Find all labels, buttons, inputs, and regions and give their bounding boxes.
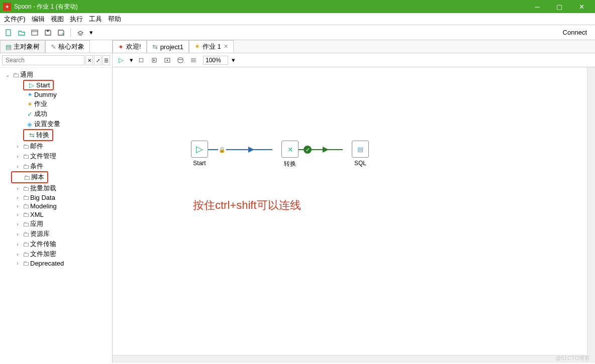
expand-all-button[interactable]: ⤢ [94, 55, 102, 65]
svg-point-5 [167, 59, 168, 61]
editor-panel: ✦欢迎! ⇆project1 ✶作业 1✕ ▷ ▾ □ ▾ 🔒 ✓ [113, 40, 595, 363]
menu-edit[interactable]: 编辑 [32, 15, 45, 24]
zoom-input[interactable] [203, 56, 228, 65]
zoom-dropdown[interactable]: ▾ [230, 55, 236, 66]
canvas[interactable]: 🔒 ✓ ▷ Start ⤨ 转换 ▤ SQL 按住ctrl+shift可以连线 [113, 67, 595, 363]
folder-icon [21, 202, 30, 210]
connect-button[interactable]: Connect [558, 29, 592, 36]
tree-node-condition[interactable]: ›条件 [0, 161, 112, 171]
editor-tab-welcome[interactable]: ✦欢迎! [113, 40, 147, 53]
editor-tab-project1[interactable]: ⇆project1 [147, 40, 189, 53]
folder-icon [21, 143, 30, 150]
folder-icon [21, 230, 30, 238]
tree-node-mail[interactable]: ›邮件 [0, 141, 112, 151]
separator [70, 28, 71, 37]
svg-rect-3 [47, 30, 49, 32]
saveas-button[interactable] [55, 27, 66, 38]
tree-node-fileenc[interactable]: ›文件加密 [0, 249, 112, 259]
replay-button[interactable] [149, 55, 160, 66]
arrow-icon [248, 147, 254, 153]
maximize-button[interactable]: ▢ [549, 1, 570, 12]
scrollbar-horizontal[interactable] [113, 355, 587, 363]
menu-view[interactable]: 视图 [51, 15, 64, 24]
annotation-text: 按住ctrl+shift可以连线 [193, 198, 301, 213]
tree-node-start[interactable]: ▷Start [24, 81, 53, 89]
search-input[interactable] [2, 55, 84, 65]
step-sql[interactable]: ▤ SQL [343, 141, 378, 167]
tree-node-filemgmt[interactable]: ›文件管理 [0, 151, 112, 161]
trans-icon: ⇆ [152, 43, 158, 51]
main-toolbar: ▾ Connect [0, 25, 595, 40]
folder-icon [21, 260, 30, 267]
tree-node-general[interactable]: ⌄通用 [0, 70, 112, 80]
clear-search-button[interactable]: ✕ [85, 55, 93, 65]
svg-rect-0 [6, 30, 11, 36]
sidebar-tabs: ▤ 主对象树 ✎ 核心对象 [0, 40, 112, 53]
tree-node-deprecated[interactable]: ›Deprecated [0, 259, 112, 268]
impact-button[interactable] [188, 55, 199, 66]
job-icon: ✶ [194, 43, 200, 50]
editor-tab-job1[interactable]: ✶作业 1✕ [189, 40, 234, 53]
tab-core-objects[interactable]: ✎ 核心对象 [45, 40, 90, 53]
folder-icon [21, 163, 30, 170]
play-icon: ▷ [196, 144, 203, 155]
sql-button[interactable] [175, 55, 186, 66]
scrollbar-vertical[interactable] [587, 67, 595, 355]
tree-node-bulkload[interactable]: ›批量加载 [0, 183, 112, 193]
run-button[interactable]: ▷ [116, 55, 127, 66]
tree-node-success[interactable]: ✓成功 [0, 109, 112, 119]
tree-node-filetrans[interactable]: ›文件传输 [0, 239, 112, 249]
folder-icon [21, 240, 30, 248]
perspective-dropdown[interactable]: ▾ [88, 27, 94, 38]
minimize-button[interactable]: ─ [527, 1, 548, 12]
open-button[interactable] [16, 27, 27, 38]
step-start[interactable]: ▷ Start [182, 141, 217, 167]
tree-node-modeling[interactable]: ›Modeling [0, 202, 112, 210]
tag-icon: ◈ [25, 120, 34, 128]
tab-main-tree[interactable]: ▤ 主对象树 [0, 40, 45, 53]
folder-icon [21, 220, 30, 228]
menu-help[interactable]: 帮助 [108, 15, 121, 24]
menu-run[interactable]: 执行 [70, 15, 83, 24]
tree-node-setvar[interactable]: ◈设置变量 [0, 119, 112, 129]
explore-button[interactable] [29, 27, 40, 38]
collapse-all-button[interactable]: ☰ [103, 55, 110, 65]
tree-node-xml[interactable]: ›XML [0, 210, 112, 219]
lock-icon: 🔒 [218, 146, 226, 154]
tree-node-repo[interactable]: ›资源库 [0, 229, 112, 239]
search-row: ✕ ⤢ ☰ [0, 53, 112, 68]
left-panel: ▤ 主对象树 ✎ 核心对象 ✕ ⤢ ☰ ⌄通用 ▷Start ✦Dummy ✶作… [0, 40, 113, 363]
step-transform[interactable]: ⤨ 转换 [272, 141, 308, 168]
job-icon: ✶ [25, 100, 34, 108]
folder-icon [21, 153, 30, 160]
close-tab-button[interactable]: ✕ [224, 43, 228, 50]
svg-point-6 [178, 58, 183, 60]
stop-button[interactable]: □ [136, 55, 147, 66]
menu-file[interactable]: 文件(F) [4, 15, 26, 24]
menubar: 文件(F) 编辑 视图 执行 工具 帮助 [0, 13, 595, 25]
new-button[interactable] [3, 27, 14, 38]
sql-icon: ▤ [357, 146, 363, 153]
close-button[interactable]: ✕ [571, 1, 592, 12]
trans-icon: ⇆ [27, 132, 36, 139]
save-button[interactable] [42, 27, 53, 38]
folder-icon [21, 185, 30, 192]
tree-node-bigdata[interactable]: ›Big Data [0, 193, 112, 202]
welcome-icon: ✦ [118, 43, 124, 51]
dummy-icon: ✦ [25, 91, 34, 98]
tree-node-app[interactable]: ›应用 [0, 219, 112, 229]
tree-node-dummy[interactable]: ✦Dummy [0, 90, 112, 99]
window-title: Spoon - 作业 1 (有变动) [14, 3, 527, 11]
perspective-button[interactable] [75, 27, 86, 38]
arrow-icon [323, 147, 329, 153]
watermark: @51CTO博客 [556, 354, 590, 362]
tree-node-script[interactable]: ›脚本 [12, 172, 47, 182]
preview-button[interactable] [162, 55, 173, 66]
trans-icon: ⤨ [287, 146, 293, 153]
tree-node-job[interactable]: ✶作业 [0, 99, 112, 109]
run-dropdown[interactable]: ▾ [129, 55, 134, 66]
tree-node-transform[interactable]: ⇆转换 [24, 130, 52, 140]
menu-tools[interactable]: 工具 [89, 15, 102, 24]
folder-icon [21, 211, 30, 218]
editor-tabs: ✦欢迎! ⇆project1 ✶作业 1✕ [113, 40, 595, 53]
